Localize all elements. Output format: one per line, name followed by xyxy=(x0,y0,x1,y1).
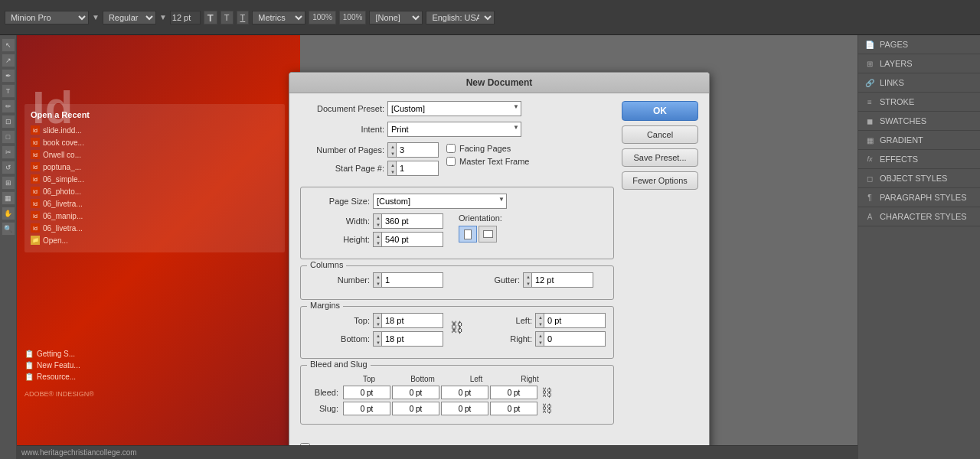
recent-item-6[interactable]: Id 06_livetra... xyxy=(31,197,279,210)
panel-item-character-styles[interactable]: A CHARACTER STYLES xyxy=(858,207,980,226)
width-input[interactable] xyxy=(382,213,443,229)
preset-select[interactable]: [Custom] xyxy=(387,101,521,116)
slug-right-input[interactable] xyxy=(490,402,537,415)
right-arrows[interactable]: ▲ ▼ xyxy=(535,331,544,347)
toolbar-btn-T1[interactable]: T xyxy=(204,11,217,24)
font-size-input[interactable] xyxy=(170,11,201,24)
effects-icon: fx xyxy=(864,154,875,164)
top-arrows[interactable]: ▲ ▼ xyxy=(373,313,382,328)
left-arrows[interactable]: ▲ ▼ xyxy=(535,313,544,328)
recent-item-1[interactable]: Id book cove... xyxy=(31,136,279,148)
dialog-title: New Document xyxy=(289,73,709,93)
recent-item-8[interactable]: Id 06_livetra... xyxy=(31,222,279,234)
slug-top-input[interactable] xyxy=(343,402,390,415)
number-arrows[interactable]: ▲ ▼ xyxy=(373,272,382,288)
top-label: Top: xyxy=(309,316,370,325)
selection-tool-icon[interactable]: ↖ xyxy=(2,38,15,52)
language-select[interactable]: English: USA xyxy=(426,11,495,24)
left-label: Left: xyxy=(471,316,532,325)
recent-item-open[interactable]: 📁 Open... xyxy=(31,234,279,246)
scale-tool-icon[interactable]: ⊞ xyxy=(2,176,15,190)
resource-item-0[interactable]: 📋 Getting S... xyxy=(24,348,80,360)
rect-tool-icon[interactable]: □ xyxy=(2,130,15,144)
slug-left-input[interactable] xyxy=(441,402,488,415)
right-input[interactable] xyxy=(544,331,606,347)
resource-item-1[interactable]: 📋 New Featu... xyxy=(24,360,80,371)
slug-label: Slug: xyxy=(309,404,341,413)
gutter-input[interactable] xyxy=(532,272,593,288)
text-tool-icon[interactable]: T xyxy=(2,84,15,98)
hand-tool-icon[interactable]: ✋ xyxy=(2,207,15,220)
portrait-button[interactable] xyxy=(459,226,477,243)
recent-item-7[interactable]: Id 06_manip... xyxy=(31,210,279,222)
pages-input[interactable] xyxy=(397,142,439,158)
bleed-top-input[interactable] xyxy=(343,386,390,399)
facing-pages-checkbox[interactable] xyxy=(446,144,456,153)
panel-item-swatches[interactable]: ◼ SWATCHES xyxy=(858,112,980,131)
recent-item-0[interactable]: Id slide.indd... xyxy=(31,124,279,136)
margins-link-icon[interactable]: ⛓ xyxy=(449,316,465,339)
font-style-select[interactable]: Regular xyxy=(103,11,156,24)
width-spinner: ▲ ▼ xyxy=(373,213,443,229)
pages-spinner-arrows[interactable]: ▲ ▼ xyxy=(387,142,397,158)
panel-item-gradient[interactable]: ▦ GRADIENT xyxy=(858,131,980,150)
direct-select-icon[interactable]: ↗ xyxy=(2,54,15,67)
panel-label-links: LINKS xyxy=(880,78,904,87)
landscape-button[interactable] xyxy=(479,226,497,243)
bottom-input[interactable] xyxy=(382,331,443,347)
scissors-tool-icon[interactable]: ✂ xyxy=(2,145,15,159)
panel-item-layers[interactable]: ⊞ LAYERS xyxy=(858,54,980,73)
resource-item-2[interactable]: 📋 Resource... xyxy=(24,371,80,382)
metrics-select[interactable]: Metrics xyxy=(252,11,305,24)
panel-item-effects[interactable]: fx EFFECTS xyxy=(858,150,980,169)
recent-item-4[interactable]: Id 06_simple... xyxy=(31,173,279,185)
cancel-button[interactable]: Cancel xyxy=(622,125,698,144)
master-text-checkbox[interactable] xyxy=(446,157,456,166)
gradient-tool-icon[interactable]: ▦ xyxy=(2,191,15,205)
panel-item-links[interactable]: 🔗 LINKS xyxy=(858,73,980,93)
panel-label-character-styles: CHARACTER STYLES xyxy=(880,212,967,221)
intent-select[interactable]: Print Web Digital Publishing xyxy=(387,122,521,137)
panel-item-pages[interactable]: 📄 PAGES xyxy=(858,35,980,54)
font-family-select[interactable]: Minion Pro xyxy=(5,11,89,24)
bottom-arrows[interactable]: ▲ ▼ xyxy=(373,331,382,347)
pen-tool-icon[interactable]: ✒ xyxy=(2,69,15,83)
toolbar-btn-T3[interactable]: T xyxy=(237,11,250,24)
toolbar-btn-T2[interactable]: T xyxy=(220,11,234,24)
zoom-tool-icon[interactable]: 🔍 xyxy=(2,222,15,236)
toolbar-scale-x[interactable]: 100% xyxy=(309,11,336,24)
bleed-bottom-input[interactable] xyxy=(392,386,439,399)
none-select[interactable]: [None] xyxy=(369,11,423,24)
rect-frame-icon[interactable]: ⊡ xyxy=(2,115,15,129)
width-arrows[interactable]: ▲ ▼ xyxy=(373,213,382,229)
height-input[interactable] xyxy=(382,232,443,247)
start-input[interactable] xyxy=(397,161,439,176)
slug-link-icon[interactable]: ⛓ xyxy=(539,402,554,415)
bleed-link-icon[interactable]: ⛓ xyxy=(539,386,554,399)
pencil-tool-icon[interactable]: ✏ xyxy=(2,99,15,113)
fewer-options-button[interactable]: Fewer Options xyxy=(622,171,698,190)
left-margin-row: Left: ▲ ▼ xyxy=(471,313,606,328)
panel-item-stroke[interactable]: ≡ STROKE xyxy=(858,93,980,112)
bleed-right-input[interactable] xyxy=(490,386,537,399)
panel-item-paragraph-styles[interactable]: ¶ PARAGRAPH STYLES xyxy=(858,188,980,207)
top-input[interactable] xyxy=(382,313,443,328)
toolbar-scale-y[interactable]: 100% xyxy=(339,11,367,24)
recent-item-3[interactable]: Id poptuna_... xyxy=(31,161,279,173)
left-input[interactable] xyxy=(544,313,606,328)
slug-bottom-input[interactable] xyxy=(392,402,439,415)
start-spinner-arrows[interactable]: ▲ ▼ xyxy=(387,161,397,176)
save-preset-button[interactable]: Save Preset... xyxy=(622,148,698,167)
height-arrows[interactable]: ▲ ▼ xyxy=(373,232,382,247)
bleed-left-input[interactable] xyxy=(441,386,488,399)
recent-item-2[interactable]: Id Orwell co... xyxy=(31,148,279,161)
number-input[interactable] xyxy=(382,272,443,288)
ok-button[interactable]: OK xyxy=(622,101,698,121)
rotate-tool-icon[interactable]: ↺ xyxy=(2,161,15,174)
page-size-select[interactable]: [Custom] Letter Legal A4 xyxy=(373,194,507,209)
panel-label-gradient: GRADIENT xyxy=(880,135,923,145)
stroke-icon: ≡ xyxy=(864,96,875,107)
recent-item-5[interactable]: Id 06_photo... xyxy=(31,185,279,197)
gutter-arrows[interactable]: ▲ ▼ xyxy=(523,272,532,288)
panel-item-object-styles[interactable]: ◻ OBJECT STYLES xyxy=(858,169,980,188)
